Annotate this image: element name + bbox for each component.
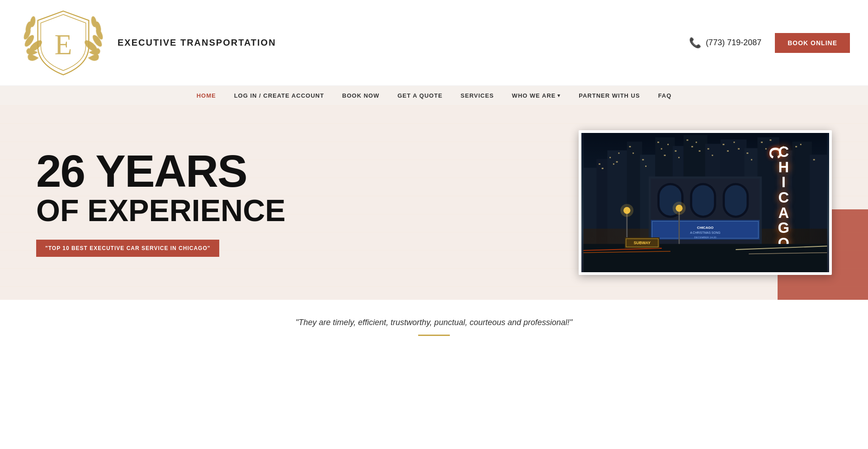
nav-item-login[interactable]: LOG IN / CREATE ACCOUNT xyxy=(234,92,324,99)
svg-text:G: G xyxy=(778,219,789,236)
svg-text:C: C xyxy=(778,143,789,160)
svg-rect-46 xyxy=(691,146,693,147)
svg-rect-42 xyxy=(667,144,669,145)
svg-text:SUBWAY: SUBWAY xyxy=(634,241,651,245)
svg-rect-37 xyxy=(642,159,644,161)
svg-rect-29 xyxy=(599,163,600,165)
svg-rect-55 xyxy=(746,152,748,154)
svg-rect-40 xyxy=(661,148,662,150)
svg-rect-39 xyxy=(657,142,659,143)
nav-item-services[interactable]: SERVICES xyxy=(461,92,494,99)
svg-rect-57 xyxy=(761,142,763,143)
svg-rect-81 xyxy=(725,185,746,216)
nav-item-partner[interactable]: PARTNER WITH US xyxy=(579,92,640,99)
hero-badge[interactable]: "TOP 10 BEST EXECUTIVE CAR SERVICE IN CH… xyxy=(36,240,219,257)
svg-text:A: A xyxy=(778,204,789,221)
svg-rect-59 xyxy=(769,139,771,141)
svg-rect-52 xyxy=(727,151,729,152)
svg-rect-62 xyxy=(795,146,797,147)
svg-rect-44 xyxy=(678,157,679,158)
nav-item-quote[interactable]: GET A QUOTE xyxy=(397,92,443,99)
chicago-scene: C C H I C A G O xyxy=(581,133,829,272)
svg-rect-48 xyxy=(699,151,701,152)
svg-rect-51 xyxy=(723,144,725,145)
hero-text: 26 YEARS OF EXPERIENCE "TOP 10 BEST EXEC… xyxy=(36,148,434,257)
svg-point-93 xyxy=(673,202,686,215)
svg-rect-34 xyxy=(616,161,618,163)
svg-rect-47 xyxy=(696,142,697,143)
nav-item-faq[interactable]: FAQ xyxy=(658,92,672,99)
testimonial-section: "They are timely, efficient, trustworthy… xyxy=(0,300,868,345)
svg-text:A CHRISTMAS SONG: A CHRISTMAS SONG xyxy=(690,231,720,234)
logo-icon: E xyxy=(20,8,106,78)
svg-rect-64 xyxy=(813,159,815,161)
svg-rect-43 xyxy=(675,151,677,152)
book-online-button[interactable]: BOOK ONLINE xyxy=(775,33,850,53)
chicago-skyline-svg: C C H I C A G O xyxy=(581,133,829,272)
logo: E xyxy=(18,7,108,79)
header: E EXECUTIVE TRANSPORTATION 📞 (773) 719-2… xyxy=(0,0,868,86)
testimonial-divider xyxy=(418,335,450,336)
nav-item-who-we-are[interactable]: WHO WE ARE ▾ xyxy=(512,92,561,99)
hero-years: 26 YEARS xyxy=(36,148,434,194)
svg-rect-45 xyxy=(687,139,689,141)
phone-number: (773) 719-2087 xyxy=(706,38,761,47)
svg-text:DECEMBER 14-20: DECEMBER 14-20 xyxy=(694,236,716,239)
svg-rect-87 xyxy=(584,244,827,272)
testimonial-quote: "They are timely, efficient, trustworthy… xyxy=(9,318,859,327)
svg-rect-36 xyxy=(632,152,634,154)
svg-text:H: H xyxy=(778,159,789,175)
chicago-image: C C H I C A G O xyxy=(579,130,832,275)
svg-rect-63 xyxy=(800,144,802,145)
phone-container: 📞 (773) 719-2087 xyxy=(689,37,761,49)
svg-rect-50 xyxy=(712,155,713,156)
svg-text:CHICAGO: CHICAGO xyxy=(697,226,713,230)
hero-section: 26 YEARS OF EXPERIENCE "TOP 10 BEST EXEC… xyxy=(0,105,868,300)
nav-item-book[interactable]: BOOK NOW xyxy=(342,92,379,99)
svg-text:I: I xyxy=(782,174,786,190)
svg-rect-56 xyxy=(751,159,752,161)
svg-rect-33 xyxy=(618,152,620,154)
svg-rect-31 xyxy=(609,157,611,158)
svg-point-90 xyxy=(620,204,633,217)
svg-text:E: E xyxy=(54,28,72,61)
svg-rect-35 xyxy=(629,146,631,147)
dropdown-arrow-icon: ▾ xyxy=(557,93,561,99)
svg-rect-38 xyxy=(645,165,646,167)
svg-rect-41 xyxy=(664,155,666,156)
navigation: HOME LOG IN / CREATE ACCOUNT BOOK NOW GE… xyxy=(0,86,868,105)
svg-text:C: C xyxy=(778,189,789,206)
svg-rect-32 xyxy=(613,163,614,165)
hero-experience: OF EXPERIENCE xyxy=(36,194,434,227)
svg-rect-80 xyxy=(692,185,714,216)
header-right: 📞 (773) 719-2087 BOOK ONLINE xyxy=(689,33,850,53)
phone-icon: 📞 xyxy=(689,37,701,49)
svg-rect-49 xyxy=(708,148,709,150)
header-left: E EXECUTIVE TRANSPORTATION xyxy=(18,7,276,79)
svg-rect-30 xyxy=(602,168,604,169)
svg-rect-54 xyxy=(738,148,740,150)
hero-image-container: C C H I C A G O xyxy=(434,130,832,275)
svg-rect-53 xyxy=(734,142,735,143)
nav-item-home[interactable]: HOME xyxy=(197,92,216,99)
brand-name: EXECUTIVE TRANSPORTATION xyxy=(118,38,276,48)
